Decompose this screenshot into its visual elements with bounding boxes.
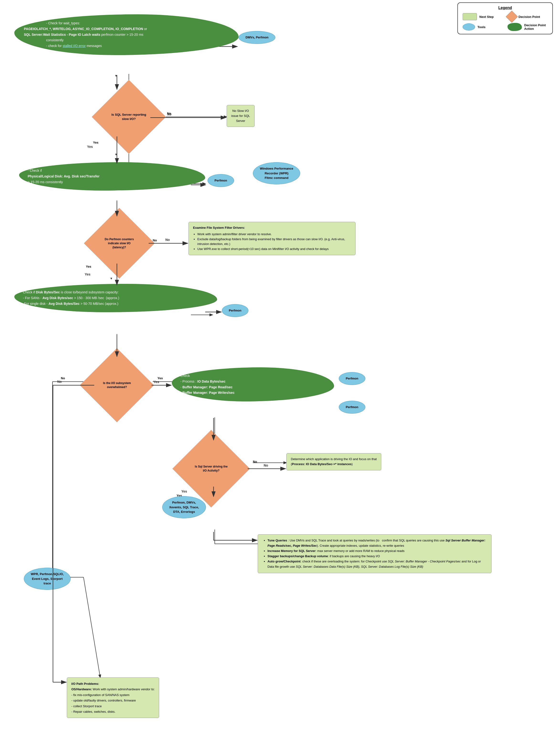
yes-box: Tune Queries : Use DMVs and SQL Trace an…: [258, 534, 492, 573]
tools4-label: Perfmon: [229, 309, 242, 312]
io-path-box: I/O Path Problems: OS/Hardware: Work wit…: [67, 677, 305, 718]
tools6-label: Perfmon: [346, 405, 358, 409]
arrow-label: ▼: [114, 74, 117, 77]
svg-line-20: [83, 577, 100, 677]
tools8-label: WPR, Perfmon,SQLIO,Event Logs, Storportt…: [31, 572, 64, 585]
no-box2-bullet3: Use WPR.exe to collect short-period(<10 …: [197, 247, 351, 252]
diamond2-wrap: Do Perfmon countersindicate slow I/O(lat…: [86, 215, 153, 272]
arrow-down-1: ▼: [114, 153, 117, 156]
io-path-line4: - Repair cables, switches, disks.: [71, 709, 155, 714]
legend-box: Legend Next Step Decision Point Tools De…: [458, 2, 553, 34]
legend-tools-item: Tools: [463, 23, 503, 31]
io-path-line3: - collect Storport trace: [71, 703, 155, 709]
stalled-io-link[interactable]: stalled I/O error: [63, 44, 86, 48]
legend-tools-icon: [463, 23, 475, 31]
tools5-oval: Perfmon: [339, 372, 365, 385]
legend-next-step-label: Next Step: [479, 15, 494, 19]
cloud1-action: - Check for wait_types: PAGEIOLATCH_*, W…: [14, 14, 239, 55]
tools3-oval: Windows PerformanceRecorder (WPR)Fltmc c…: [253, 162, 300, 184]
arrow-down-2: ▼: [110, 277, 113, 280]
no-box1-text: No Slow I/Oissue for SQLServer: [231, 109, 250, 122]
tools2-label: Perfmon: [215, 178, 227, 182]
cloud2-text: - Check ifPhysical/Logical Disk: Avg. Di…: [28, 168, 99, 184]
cloud3-text: Check if Disk Bytes/Sec is close to/beyo…: [23, 290, 119, 306]
yes-box-bullet3: Stagger backups/change Backup volume: if…: [267, 554, 487, 559]
no-box3: Determine which application is driving t…: [286, 453, 453, 470]
legend-decision-label: Decision Point: [519, 15, 540, 19]
no-box2-bullet1: Work with system admin/filter driver ven…: [197, 232, 351, 237]
legend-action-label: Decision Point Action: [524, 23, 548, 31]
tools7-oval: Perfmon, DMVs,Xevents, SQL Trace,DTA, Er…: [162, 496, 206, 518]
no-label-1: No: [167, 112, 171, 115]
no-label-2: No: [153, 239, 157, 242]
svg-text:No: No: [57, 380, 62, 384]
tools8-oval: WPR, Perfmon,SQLIO,Event Logs, Storportt…: [24, 568, 71, 590]
no-box3-text: Determine which application is driving t…: [291, 457, 377, 466]
tools3-label: Windows PerformanceRecorder (WPR)Fltmc c…: [260, 167, 293, 179]
diamond1-label: Is SQL Server reportingslow I/O?: [106, 112, 152, 121]
yes-label-1: Yes: [93, 141, 98, 144]
io-path-subtitle: OS/Hardware: Work with system admin/hard…: [71, 687, 155, 692]
svg-text:No: No: [165, 238, 170, 242]
yes-box-bullet2: Increase Memory for SQL Server: max serv…: [267, 548, 487, 554]
legend-next-step-item: Next Step: [463, 13, 503, 20]
legend-action-icon: [508, 23, 522, 31]
cloud4-action: Check- Process : IO Data Bytes/sec- Buff…: [172, 367, 334, 401]
tools6-oval: Perfmon: [339, 401, 365, 414]
cloud3-action: Check if Disk Bytes/Sec is close to/beyo…: [14, 284, 217, 312]
no-box2: Examine File System Filter Drivers: Work…: [189, 222, 355, 255]
cloud4-text: Check- Process : IO Data Bytes/sec- Buff…: [181, 374, 235, 394]
legend-next-step-icon: [463, 13, 477, 20]
legend-decision-icon: [506, 11, 518, 23]
svg-text:Yes: Yes: [154, 380, 159, 384]
tools5-label: Perfmon: [346, 377, 358, 380]
diamond2-label: Do Perfmon countersindicate slow I/O(lat…: [98, 237, 141, 249]
legend-decision-item: Decision Point: [508, 12, 548, 21]
no-label-3: No: [61, 376, 65, 380]
legend-tools-label: Tools: [478, 25, 486, 29]
legend-action-item: Decision Point Action: [508, 23, 548, 31]
no-label-4: No: [253, 460, 257, 463]
tools2-oval: Perfmon: [208, 174, 234, 187]
io-path-line2: - update old/faulty drivers, controllers…: [71, 698, 155, 703]
diamond4-wrap: Is Sql Server driving theI/O Activity?: [174, 439, 248, 498]
svg-text:No: No: [264, 463, 268, 467]
diamond1-wrap: Is SQL Server reportingslow I/O?: [91, 88, 167, 145]
diamond3-label: Is the I/O subsystemoverwhelmed?: [94, 381, 139, 389]
yes-box-bullet1: Tune Queries : Use DMVs and SQL Trace an…: [267, 538, 487, 548]
diamond3-wrap: Is the I/O subsystemoverwhelmed?: [81, 355, 153, 415]
svg-text:Yes: Yes: [85, 272, 90, 276]
tools1-oval: DMVs, Perfmon: [239, 31, 275, 44]
io-path-line1: - fix mis-configuration of SAN/NAS syste…: [71, 692, 155, 698]
yes-label-3: Yes: [158, 376, 163, 380]
tools1-label: DMVs, Perfmon: [246, 36, 268, 39]
diamond4-label: Is Sql Server driving theI/O Activity?: [187, 465, 235, 473]
no-box2-bullet2: Exclude data/log/backup folders from bei…: [197, 237, 351, 247]
tools4-oval: Perfmon: [222, 304, 248, 317]
tools7-label: Perfmon, DMVs,Xevents, SQL Trace,DTA, Er…: [169, 501, 199, 513]
legend-title: Legend: [463, 6, 548, 10]
yes-box-bullet4: Auto grow/Checkpoint: check if these are…: [267, 559, 487, 570]
cloud2-action: - Check ifPhysical/Logical Disk: Avg. Di…: [19, 162, 205, 191]
cloud1-text: - Check for wait_types: PAGEIOLATCH_*, W…: [24, 20, 229, 49]
no-box1: No Slow I/Oissue for SQLServer: [227, 105, 279, 127]
yes-label-2: Yes: [86, 265, 91, 268]
